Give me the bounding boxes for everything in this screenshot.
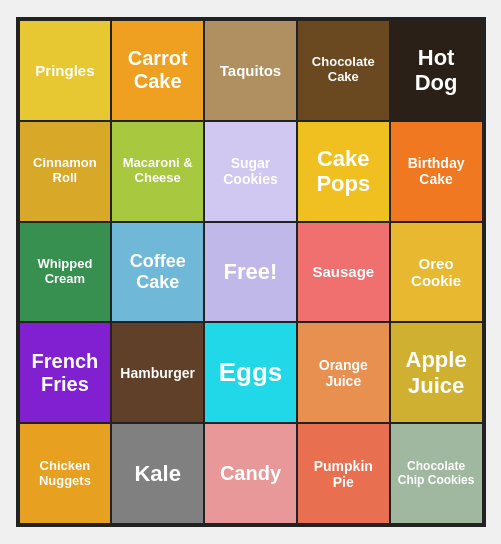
bingo-cell-8: Cake Pops — [297, 121, 390, 222]
bingo-cell-3: Chocolate Cake — [297, 20, 390, 121]
bingo-cell-17: Eggs — [204, 322, 297, 423]
bingo-cell-5: Cinnamon Roll — [19, 121, 112, 222]
cell-label-4: Hot Dog — [395, 45, 478, 96]
bingo-cell-6: Macaroni & Cheese — [111, 121, 204, 222]
cell-label-20: Chicken Nuggets — [24, 459, 107, 489]
bingo-cell-0: Pringles — [19, 20, 112, 121]
bingo-cell-14: Oreo Cookie — [390, 222, 483, 323]
bingo-cell-13: Sausage — [297, 222, 390, 323]
cell-label-19: Apple Juice — [395, 347, 478, 398]
cell-label-9: Birthday Cake — [395, 155, 478, 187]
bingo-cell-9: Birthday Cake — [390, 121, 483, 222]
cell-label-18: Orange Juice — [302, 357, 385, 389]
cell-label-5: Cinnamon Roll — [24, 156, 107, 186]
cell-label-21: Kale — [134, 461, 180, 486]
cell-label-24: Chocolate Chip Cookies — [395, 460, 478, 488]
bingo-cell-20: Chicken Nuggets — [19, 423, 112, 524]
cell-label-13: Sausage — [312, 263, 374, 280]
bingo-cell-16: Hamburger — [111, 322, 204, 423]
bingo-cell-12: Free! — [204, 222, 297, 323]
cell-label-14: Oreo Cookie — [395, 255, 478, 290]
bingo-cell-7: Sugar Cookies — [204, 121, 297, 222]
cell-label-12: Free! — [224, 259, 278, 284]
cell-label-10: Whipped Cream — [24, 257, 107, 287]
cell-label-0: Pringles — [35, 62, 94, 79]
bingo-cell-23: Pumpkin Pie — [297, 423, 390, 524]
bingo-cell-1: Carrot Cake — [111, 20, 204, 121]
cell-label-11: Coffee Cake — [116, 251, 199, 292]
cell-label-17: Eggs — [219, 358, 283, 388]
bingo-cell-22: Candy — [204, 423, 297, 524]
bingo-cell-21: Kale — [111, 423, 204, 524]
cell-label-3: Chocolate Cake — [302, 55, 385, 85]
cell-label-8: Cake Pops — [302, 146, 385, 197]
bingo-cell-19: Apple Juice — [390, 322, 483, 423]
cell-label-15: French Fries — [24, 350, 107, 396]
bingo-cell-2: Taquitos — [204, 20, 297, 121]
cell-label-6: Macaroni & Cheese — [116, 156, 199, 186]
cell-label-23: Pumpkin Pie — [302, 458, 385, 490]
bingo-cell-15: French Fries — [19, 322, 112, 423]
bingo-cell-11: Coffee Cake — [111, 222, 204, 323]
cell-label-22: Candy — [220, 462, 281, 485]
bingo-cell-10: Whipped Cream — [19, 222, 112, 323]
cell-label-7: Sugar Cookies — [209, 155, 292, 187]
cell-label-16: Hamburger — [120, 365, 195, 381]
bingo-card: PringlesCarrot CakeTaquitosChocolate Cak… — [16, 17, 486, 527]
bingo-cell-18: Orange Juice — [297, 322, 390, 423]
bingo-cell-24: Chocolate Chip Cookies — [390, 423, 483, 524]
cell-label-2: Taquitos — [220, 62, 281, 79]
cell-label-1: Carrot Cake — [116, 47, 199, 93]
bingo-cell-4: Hot Dog — [390, 20, 483, 121]
